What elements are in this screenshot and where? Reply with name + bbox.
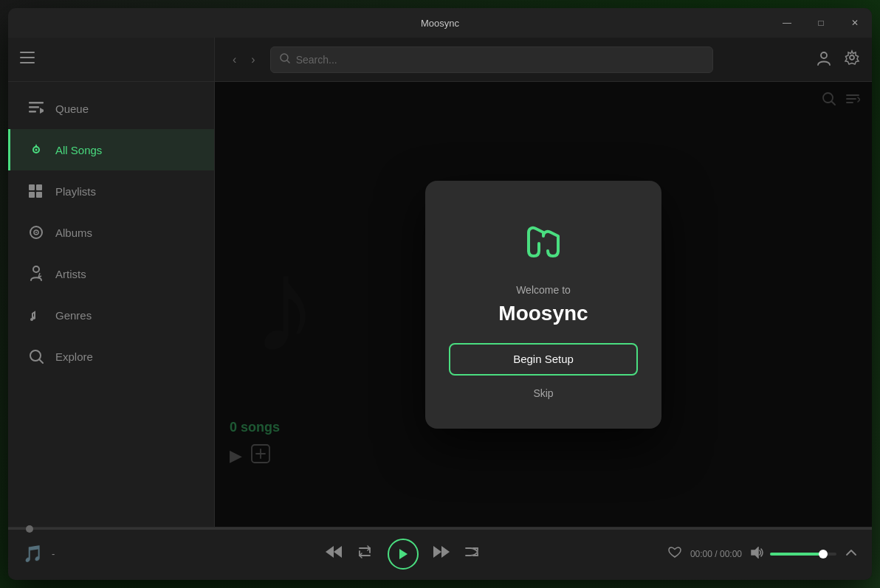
svg-point-25 — [821, 52, 827, 58]
svg-marker-38 — [433, 546, 441, 558]
time-display: 00:00 / 00:00 — [690, 549, 742, 559]
player-right-controls: 00:00 / 00:00 — [665, 547, 857, 561]
shuffle-button[interactable] — [464, 545, 481, 562]
content-area: ‹ › — [215, 38, 872, 527]
sidebar-navigation: Queue All Songs — [8, 82, 214, 527]
navigation-arrows: ‹ › — [227, 50, 261, 69]
search-icon — [280, 53, 290, 66]
svg-marker-6 — [40, 108, 44, 114]
content-main: ♪ 0 songs ▶ — [215, 82, 872, 527]
player-bar: 🎵 - — [8, 527, 872, 580]
progress-dot[interactable] — [26, 525, 33, 533]
rewind-button[interactable] — [326, 545, 342, 562]
hamburger-icon[interactable] — [20, 52, 35, 67]
explore-label: Explore — [55, 350, 93, 363]
play-pause-button[interactable] — [388, 539, 419, 570]
genres-label: Genres — [55, 309, 92, 322]
playlists-label: Playlists — [55, 185, 96, 198]
player-song-title: - — [52, 548, 55, 559]
svg-rect-4 — [29, 106, 39, 108]
svg-point-8 — [35, 149, 38, 151]
svg-marker-40 — [752, 547, 758, 558]
player-controls — [153, 539, 653, 570]
artists-icon — [23, 266, 49, 282]
artists-label: Artists — [55, 268, 86, 280]
svg-rect-5 — [29, 111, 36, 113]
queue-label: Queue — [55, 103, 89, 115]
skip-button[interactable]: Skip — [533, 387, 553, 399]
sidebar-item-queue[interactable]: Queue — [8, 88, 214, 129]
modal-overlay: Welcome to Moosync Begin Setup Skip — [215, 82, 872, 527]
svg-marker-39 — [441, 546, 450, 558]
explore-icon — [23, 349, 49, 364]
app-logo — [514, 210, 573, 269]
all-songs-icon — [23, 142, 49, 157]
minimize-button[interactable]: — — [770, 8, 804, 38]
player-song-info: 🎵 - — [23, 544, 141, 564]
forward-button[interactable]: › — [245, 50, 261, 69]
svg-rect-12 — [36, 192, 42, 198]
title-bar: Moosync — □ ✕ — [8, 8, 872, 38]
volume-bar[interactable] — [770, 553, 836, 556]
sidebar-item-playlists[interactable]: Playlists — [8, 170, 214, 212]
expand-button[interactable] — [845, 547, 857, 561]
back-button[interactable]: ‹ — [227, 50, 242, 69]
playlists-icon — [23, 184, 49, 198]
user-icon[interactable] — [816, 49, 832, 69]
sidebar-item-artists[interactable]: Artists — [8, 253, 214, 294]
sidebar-header — [8, 38, 214, 82]
svg-rect-10 — [36, 184, 42, 190]
sidebar: Queue All Songs — [8, 38, 215, 527]
svg-point-16 — [33, 266, 39, 272]
svg-rect-1 — [20, 57, 35, 58]
sidebar-item-genres[interactable]: Genres — [8, 294, 214, 336]
svg-rect-9 — [29, 184, 35, 190]
window-controls: — □ ✕ — [770, 8, 872, 38]
svg-marker-36 — [326, 546, 334, 558]
top-bar-actions — [816, 49, 860, 69]
main-layout: Queue All Songs — [8, 38, 872, 527]
welcome-modal: Welcome to Moosync Begin Setup Skip — [425, 181, 661, 429]
svg-rect-2 — [20, 62, 35, 63]
queue-icon — [23, 102, 49, 115]
repeat-button[interactable] — [357, 545, 373, 562]
maximize-button[interactable]: □ — [804, 8, 838, 38]
settings-icon[interactable] — [844, 49, 860, 69]
fast-forward-button[interactable] — [433, 545, 450, 562]
svg-line-24 — [287, 60, 289, 63]
all-songs-label: All Songs — [55, 144, 102, 156]
svg-rect-0 — [20, 52, 35, 53]
albums-icon — [23, 225, 49, 240]
volume-fill — [770, 553, 820, 556]
search-bar[interactable] — [270, 46, 713, 73]
top-bar: ‹ › — [215, 38, 872, 82]
svg-marker-37 — [399, 549, 408, 559]
genres-icon — [23, 308, 49, 322]
volume-icon[interactable] — [751, 547, 764, 561]
svg-rect-11 — [29, 192, 35, 198]
svg-marker-35 — [334, 546, 342, 558]
search-input[interactable] — [296, 54, 704, 66]
modal-welcome-text: Welcome to — [516, 284, 571, 296]
svg-rect-3 — [29, 102, 44, 104]
sidebar-item-all-songs[interactable]: All Songs — [8, 129, 214, 170]
svg-line-22 — [39, 359, 43, 363]
sidebar-item-albums[interactable]: Albums — [8, 212, 214, 253]
favorite-button[interactable] — [668, 547, 681, 561]
progress-track — [8, 528, 872, 530]
svg-point-26 — [850, 55, 854, 60]
app-window: Moosync — □ ✕ — [8, 8, 872, 580]
player-music-icon: 🎵 — [23, 544, 43, 564]
svg-point-15 — [35, 232, 37, 233]
sidebar-item-explore[interactable]: Explore — [8, 336, 214, 377]
close-button[interactable]: ✕ — [838, 8, 872, 38]
modal-app-name: Moosync — [498, 302, 588, 325]
albums-label: Albums — [55, 226, 92, 239]
begin-setup-button[interactable]: Begin Setup — [449, 343, 638, 376]
volume-knob — [819, 550, 828, 558]
svg-point-20 — [32, 317, 35, 319]
app-title: Moosync — [421, 18, 459, 29]
volume-slider[interactable] — [751, 547, 836, 561]
